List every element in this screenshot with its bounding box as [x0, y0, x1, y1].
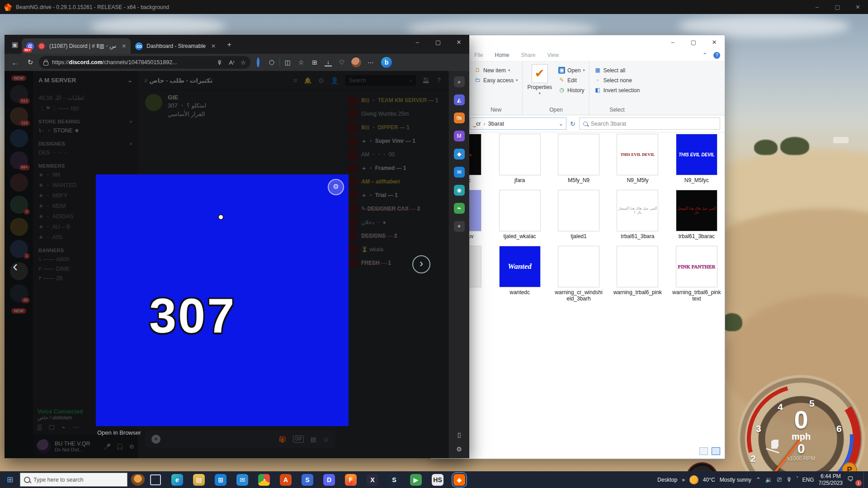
downloads-icon[interactable]: ↓	[325, 58, 332, 66]
sidebar-app-icon[interactable]: +	[454, 221, 465, 232]
sidebar-app-icon[interactable]: ◭	[454, 94, 465, 105]
cast-icon[interactable]: ⎚	[777, 476, 782, 483]
microphone-icon[interactable]: 🎙	[786, 476, 792, 483]
sidebar-panel-icon[interactable]: ▯	[458, 431, 461, 438]
file-item[interactable]: آلمي حيل هاك هذا آلميحل بال ؟ trbal61_3b…	[613, 190, 662, 239]
select-none-button[interactable]: ▫Select none	[594, 77, 640, 84]
taskbar-app-icon[interactable]: D	[323, 474, 335, 486]
maximize-button[interactable]: ▢	[827, 0, 848, 14]
file-item[interactable]: tjaled1	[554, 190, 603, 239]
desktop-toolbar-chevron[interactable]: »	[682, 477, 685, 483]
close-button[interactable]: ✕	[848, 0, 868, 14]
file-item[interactable]: آلمي حيل هاك هذا آلميحل بال trbal61_3bar…	[672, 190, 721, 239]
file-item[interactable]: M5fy_N9	[554, 134, 603, 183]
favorites-icon[interactable]: ☆	[295, 59, 307, 66]
breadcrumb-dropdown-icon[interactable]: ⌄	[559, 120, 563, 127]
explorer-search-input[interactable]: Search 3barat	[579, 117, 720, 130]
moth-pest-icon[interactable]	[131, 474, 145, 486]
next-image-chevron[interactable]: ›	[412, 255, 430, 273]
hidden-icons-chevron[interactable]: ⌃	[756, 476, 761, 483]
desktop-toolbar-label[interactable]: Desktop	[657, 477, 677, 483]
close-button[interactable]: ✕	[704, 36, 725, 49]
open-button[interactable]: ▣Open▾	[558, 67, 585, 74]
open-in-browser-link[interactable]: Open in Browser	[97, 429, 141, 436]
file-item[interactable]: tjaled_wkalac	[495, 190, 544, 239]
tab-actions-menu-icon[interactable]: ▣	[8, 38, 22, 52]
notifications-icon[interactable]: 🗨1	[847, 475, 859, 484]
maximize-button[interactable]: ▢	[683, 36, 704, 49]
new-tab-button[interactable]: +	[223, 38, 236, 51]
tab-share[interactable]: Share	[521, 52, 535, 58]
split-screen-icon[interactable]: ◫	[282, 59, 293, 66]
tab-discord[interactable]: ᗧ9k+ (11087) Discord | # Ⅱ▥・س ✕	[22, 38, 131, 54]
sidebar-app-icon[interactable]: ◉	[454, 185, 465, 196]
taskbar-app-icon[interactable]: e	[171, 474, 183, 486]
task-view-button[interactable]	[150, 474, 161, 485]
collections-icon[interactable]: ⊞	[309, 59, 321, 66]
health-extension-icon[interactable]: ♡	[336, 59, 348, 66]
tab-streamable[interactable]: co Dashboard - Streamable ✕	[131, 38, 220, 54]
taskbar-app-icon[interactable]: S	[388, 474, 400, 486]
invert-selection-button[interactable]: ◧Invert selection	[594, 87, 640, 94]
extensions-puzzle-icon[interactable]: ⬡	[266, 59, 278, 66]
close-tab-icon[interactable]: ✕	[122, 43, 126, 49]
address-bar[interactable]: https://discord.com/channels/10478450151…	[39, 56, 250, 69]
volume-icon[interactable]: 🔉	[765, 476, 773, 483]
read-aloud-icon[interactable]: A⁾	[229, 59, 234, 66]
edit-button[interactable]: ✎Edit	[558, 77, 585, 84]
maximize-button[interactable]: ▢	[428, 35, 448, 50]
tab-home[interactable]: Home	[495, 52, 509, 58]
sidebar-app-icon[interactable]: M	[454, 131, 465, 141]
favorite-star-icon[interactable]: ☆	[241, 59, 246, 66]
history-button[interactable]: ◷History	[558, 87, 585, 94]
extension-blue-circle-icon[interactable]	[252, 59, 264, 66]
refresh-icon[interactable]: ↻	[570, 120, 576, 127]
weather-temp[interactable]: 40°C	[703, 477, 715, 483]
taskbar-app-icon[interactable]: ✉	[236, 474, 248, 486]
collapse-ribbon-icon[interactable]: ⌃	[703, 52, 707, 59]
taskbar-app-icon[interactable]: F	[345, 474, 357, 486]
easy-access-button[interactable]: 🗀Easy access▾	[474, 77, 518, 84]
properties-button[interactable]: ✔ Properties ▾	[527, 64, 552, 104]
tab-file[interactable]: File	[474, 52, 483, 58]
refresh-button[interactable]: ↻	[24, 58, 37, 66]
file-item[interactable]: PINK PANTHER warning_trbal6_pinktext	[672, 246, 721, 302]
weather-icon[interactable]	[689, 475, 698, 484]
taskbar-app-icon[interactable]: ▶	[410, 474, 422, 486]
taskbar-app-icon[interactable]: S	[302, 474, 313, 486]
file-item[interactable]: warning_cr_windshield_3barh	[554, 246, 603, 302]
file-item[interactable]: warning_trbal6_pink	[613, 246, 662, 302]
taskbar-app-icon[interactable]: ⊞	[215, 474, 226, 486]
back-button[interactable]: ←	[8, 59, 22, 66]
show-desktop-button[interactable]	[863, 471, 866, 488]
taskbar-clock[interactable]: 6:44 PM 7/25/2023	[819, 473, 843, 487]
bing-chat-icon[interactable]: b	[381, 57, 392, 68]
help-icon[interactable]: ?	[713, 52, 720, 59]
thumbnail-view-toggle[interactable]	[712, 447, 720, 455]
image-preview[interactable]: 307 ⚙	[96, 174, 349, 426]
minimize-button[interactable]: –	[807, 0, 827, 14]
sidebar-app-icon[interactable]: ⌕	[454, 76, 465, 87]
previous-image-chevron[interactable]: ‹	[13, 257, 18, 275]
taskbar-app-icon[interactable]: ◆	[453, 474, 465, 486]
sidebar-settings-icon[interactable]: ⚙	[456, 446, 462, 453]
breadcrumb-parent[interactable]: _cr	[473, 121, 481, 127]
close-button[interactable]: ✕	[448, 35, 469, 50]
breadcrumb-current[interactable]: 3barat	[488, 121, 504, 127]
file-item[interactable]: Wanted wantedc	[495, 246, 544, 302]
sidebar-app-icon[interactable]: ◆	[454, 149, 465, 160]
taskbar-app-icon[interactable]: HS	[432, 474, 443, 486]
taskbar-search-input[interactable]: Type here to search	[20, 473, 127, 487]
start-button[interactable]: ⊞	[0, 475, 20, 484]
image-settings-icon[interactable]: ⚙	[328, 179, 344, 195]
minimize-button[interactable]: –	[407, 35, 428, 50]
file-item[interactable]: THIS EVIL DEVIL N9_M5fy	[613, 134, 662, 183]
taskbar-app-icon[interactable]: ▤	[193, 474, 205, 486]
file-item[interactable]: THIS EVIL DEVIL N9_M5fyc	[672, 134, 721, 183]
taskbar-app-icon[interactable]: A	[280, 474, 292, 486]
taskbar-app-icon[interactable]: ◔	[258, 474, 270, 486]
tab-view[interactable]: View	[547, 52, 559, 58]
taskbar-app-icon[interactable]: X	[367, 474, 378, 486]
weather-text[interactable]: Mostly sunny	[720, 477, 751, 483]
sidebar-app-icon[interactable]: 🛍	[454, 113, 465, 123]
